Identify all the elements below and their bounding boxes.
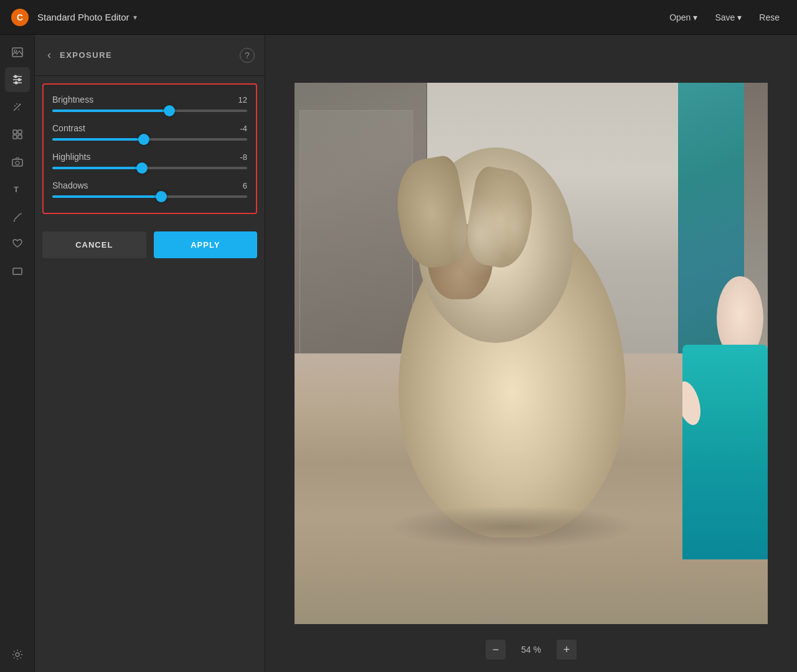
open-button[interactable]: Open ▾ xyxy=(662,9,705,26)
brightness-label-row: Brightness 12 xyxy=(52,95,247,105)
highlights-group: Highlights -8 xyxy=(52,152,247,169)
highlights-track-fill xyxy=(52,167,142,169)
panel-header: ‹ EXPOSURE ? xyxy=(35,35,265,76)
zoom-level: 54 % xyxy=(516,645,547,655)
sliders-area: Brightness 12 Contrast -4 xyxy=(42,83,257,214)
svg-rect-18 xyxy=(18,135,22,139)
brightness-track-fill xyxy=(52,110,169,112)
contrast-value: -4 xyxy=(240,124,247,133)
contrast-thumb[interactable] xyxy=(138,134,149,145)
zoom-out-button[interactable]: − xyxy=(486,640,506,660)
shadows-label: Shadows xyxy=(52,180,88,190)
contrast-slider[interactable] xyxy=(52,138,247,141)
topbar-title-area: Standard Photo Editor ▾ xyxy=(37,12,662,22)
shadows-group: Shadows 6 xyxy=(52,180,247,198)
reset-button[interactable]: Rese xyxy=(752,9,787,26)
svg-point-3 xyxy=(14,50,17,52)
icon-bar: T xyxy=(0,35,35,672)
brightness-slider[interactable] xyxy=(52,110,247,112)
shadows-thumb[interactable] xyxy=(156,191,167,202)
svg-rect-17 xyxy=(13,135,17,139)
contrast-label: Contrast xyxy=(52,123,85,133)
svg-point-5 xyxy=(14,75,17,78)
svg-rect-15 xyxy=(13,130,17,134)
sidebar-item-sliders[interactable] xyxy=(5,67,30,92)
highlights-slider[interactable] xyxy=(52,167,247,169)
svg-rect-2 xyxy=(12,48,22,57)
shadows-slider[interactable] xyxy=(52,195,247,198)
shadows-label-row: Shadows 6 xyxy=(52,180,247,190)
app-logo: C xyxy=(10,7,30,27)
svg-text:T: T xyxy=(14,185,19,194)
photo-image xyxy=(295,83,768,624)
svg-rect-23 xyxy=(13,268,22,274)
sidebar-item-text[interactable]: T xyxy=(5,177,30,202)
highlights-label-row: Highlights -8 xyxy=(52,152,247,162)
sidebar-item-grid[interactable] xyxy=(5,122,30,147)
save-button[interactable]: Save ▾ xyxy=(707,9,749,26)
shadows-value: 6 xyxy=(243,181,247,190)
sidebar-item-camera[interactable] xyxy=(5,149,30,174)
svg-point-12 xyxy=(14,105,16,106)
zoom-in-button[interactable]: + xyxy=(557,640,577,660)
svg-point-9 xyxy=(14,82,17,85)
title-chevron[interactable]: ▾ xyxy=(133,13,137,22)
sidebar-item-brush[interactable] xyxy=(5,204,30,229)
svg-point-7 xyxy=(17,78,21,82)
svg-line-22 xyxy=(14,214,20,220)
brightness-label: Brightness xyxy=(52,95,93,105)
contrast-group: Contrast -4 xyxy=(52,123,247,141)
svg-point-14 xyxy=(18,109,19,110)
apply-button[interactable]: APPLY xyxy=(154,231,258,258)
sidebar-item-magic[interactable] xyxy=(5,95,30,119)
svg-text:C: C xyxy=(17,12,23,22)
contrast-label-row: Contrast -4 xyxy=(52,123,247,133)
cancel-button[interactable]: CANCEL xyxy=(42,231,146,258)
back-button[interactable]: ‹ xyxy=(45,46,54,64)
sidebar-item-settings[interactable] xyxy=(5,642,30,667)
highlights-label: Highlights xyxy=(52,152,90,162)
brightness-group: Brightness 12 xyxy=(52,95,247,112)
highlights-value: -8 xyxy=(240,152,247,162)
app-title: Standard Photo Editor xyxy=(37,12,130,22)
sidebar-item-image[interactable] xyxy=(5,40,30,65)
highlights-thumb[interactable] xyxy=(136,162,148,174)
sidebar-item-heart[interactable] xyxy=(5,231,30,256)
panel-title: EXPOSURE xyxy=(60,50,233,60)
svg-point-20 xyxy=(16,161,19,165)
topbar-actions: Open ▾ Save ▾ Rese xyxy=(662,9,787,26)
svg-marker-11 xyxy=(19,103,21,106)
action-buttons: CANCEL APPLY xyxy=(35,222,265,268)
help-button[interactable]: ? xyxy=(240,48,255,63)
exposure-panel: ‹ EXPOSURE ? Brightness 12 xyxy=(35,35,265,672)
canvas-area: − 54 % + xyxy=(265,35,797,672)
svg-point-24 xyxy=(16,653,19,656)
sidebar-item-square[interactable] xyxy=(5,259,30,284)
shadows-track-fill xyxy=(52,195,161,198)
brightness-thumb[interactable] xyxy=(164,105,175,116)
topbar: C Standard Photo Editor ▾ Open ▾ Save ▾ … xyxy=(0,0,797,35)
contrast-track-fill xyxy=(52,138,144,141)
svg-rect-16 xyxy=(18,130,22,134)
brightness-value: 12 xyxy=(238,95,247,105)
bottom-toolbar: − 54 % + xyxy=(486,640,577,660)
svg-point-13 xyxy=(16,103,17,105)
main-area: T xyxy=(0,35,797,672)
photo-container xyxy=(295,83,768,624)
